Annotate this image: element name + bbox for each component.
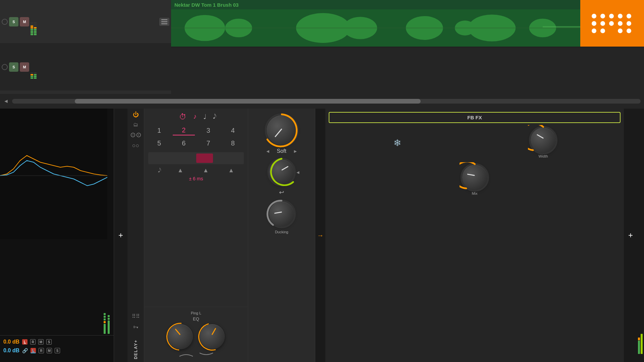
track2-mute-btn[interactable]: M [20,62,29,72]
width-knob[interactable] [531,128,556,153]
soft-left-arrow[interactable]: ◄ [265,148,270,154]
eq-knobs [148,324,244,349]
knob-arrow-indicator: ◄ [296,170,300,175]
freeze-btn[interactable]: ❄ [393,137,401,148]
level-s-btn[interactable]: S [46,339,52,345]
delay-ms-display: ± 6 ms [148,176,244,181]
add-right-icon: + [628,231,633,240]
level-m2-btn[interactable]: M [47,348,52,353]
grid-num-3[interactable]: 3 [198,125,219,135]
waveform-panel: 0.0 dB L R M S 0.0 dB 🔗 L R M S [0,109,114,362]
io-btn[interactable]: ○○ [132,142,140,149]
grid-num-6[interactable]: 6 [173,138,195,148]
grid-num-1[interactable]: 1 [148,125,170,135]
grid-num-2[interactable]: 2 [173,125,195,135]
arrow-up-icon[interactable]: ▲ [177,167,183,174]
feedback-knob-container: ◄ [269,160,294,185]
level-m-btn[interactable]: M [38,339,44,345]
svg-point-12 [268,159,295,186]
fbfx-bottom-row: Mix [329,165,621,195]
return-icon[interactable]: ↩ [279,189,284,196]
fbfx-label: FB FX [467,115,482,120]
scrollbar-container: ◄ [0,94,644,109]
note-dotted-icon[interactable]: ♪ [193,113,197,121]
grid-num-7[interactable]: 7 [198,138,219,148]
feedback-knob[interactable]: ◄ [269,160,294,185]
right-meter-bar1 [104,109,106,335]
fbfx-top-row: ❄ Width [329,128,621,158]
eq-knob1-container [168,324,193,349]
eq-knob2[interactable] [200,324,225,349]
plugin-power-btn[interactable]: ⏻ [133,111,139,118]
add-insert-btn[interactable]: + [114,109,127,362]
ducking-knob[interactable] [269,201,294,227]
track1-menu-btn[interactable] [159,18,169,26]
note-icon[interactable]: ♩ [203,113,206,121]
clock-icon[interactable]: ⏱ [179,113,186,121]
plugin-folder-btn[interactable]: 🗂 [133,122,138,127]
dots-btn[interactable]: ⠿⠿ [132,313,140,319]
eq-curves [148,351,244,358]
plugin-area: 0.0 dB L R M S 0.0 dB 🔗 L R M S [0,109,644,362]
eq-knob2-container [200,324,225,349]
eq-knob1[interactable] [168,324,193,349]
orange-db-level: 0.0 dB [3,339,19,345]
soft-panel: ◄ Soft ► ◄ ↩ [248,109,315,362]
link-btn[interactable]: ⊙⊙ [130,131,142,139]
eq-section: Ping L EQ [144,307,248,362]
oscilloscope-display [0,109,114,239]
ping-label: Ping L [148,311,244,315]
level-s2-btn[interactable]: S [55,348,60,353]
track1-mute-btn[interactable]: M [20,17,29,26]
blue-db-level: 0.0 dB [3,348,19,354]
grid-numbers: 1 2 3 4 5 6 7 8 [148,125,244,148]
grid-num-5[interactable]: 5 [148,138,170,148]
soft-main-knob[interactable] [267,115,297,145]
track2-solo-btn[interactable]: S [9,62,18,72]
timing-section: ⏱ ♪ ♩ 𝅘𝅥𝅮 1 2 3 4 5 6 7 8 [144,109,248,307]
fbfx-header: FB FX [329,112,621,123]
svg-point-14 [530,127,557,154]
track2-controls: S M [0,44,171,90]
track2-record-btn[interactable] [2,64,8,70]
audio-track1: Nektar DW Tom 1 Brush 03 [171,0,644,47]
eq-label: EQ [148,316,244,321]
svg-point-15 [461,164,488,191]
scroll-left-btn[interactable]: ◄ [3,98,9,104]
scrollbar-track[interactable] [12,99,641,104]
width-container: Width [531,128,556,158]
delay-plugin-main: ⏱ ♪ ♩ 𝅘𝅥𝅮 1 2 3 4 5 6 7 8 [144,109,248,362]
fbfx-panel: FB FX ❄ Width [325,109,624,362]
soft-label: Soft [277,148,286,154]
key-btn[interactable]: 🗝 [133,324,139,330]
scrollbar-thumb[interactable] [75,99,421,104]
delay-slider[interactable] [148,152,244,164]
mix-knob[interactable] [462,165,487,190]
track1-solo-btn[interactable]: S [9,17,18,26]
level-l-btn[interactable]: L [22,339,28,345]
track1-controls: S M [0,0,171,44]
soft-right-arrow[interactable]: ► [293,148,298,154]
delay-arrows: 𝅘𝅥𝅮 ▲ ▲ ▲ [148,167,244,174]
mix-container: Mix [462,165,487,195]
plugin-name-label: DELAY+ [133,336,138,359]
link-icon[interactable]: 🔗 [22,348,28,353]
note-icons-row: ⏱ ♪ ♩ 𝅘𝅥𝅮 [148,113,244,121]
far-right-meters [637,109,644,362]
arrow-up3-icon[interactable]: ▲ [228,167,234,174]
grid-num-4[interactable]: 4 [222,125,244,135]
arrow-up2-icon[interactable]: ▲ [203,167,209,174]
panel-arrow: → [315,109,325,362]
level-l2-btn[interactable]: L [31,348,36,353]
add-insert-right-btn[interactable]: + [624,109,637,362]
bitwig-logo [580,0,644,47]
track1-record-btn[interactable] [2,19,8,25]
delay-slider-fill [196,154,213,163]
track2-meter [31,55,37,79]
level-r-btn[interactable]: R [30,339,36,345]
level-info: 0.0 dB L R M S 0.0 dB 🔗 L R M S [0,335,114,362]
grid-num-8[interactable]: 8 [222,138,244,148]
level-r2-btn[interactable]: R [39,348,44,353]
ducking-container: Ducking [269,201,294,234]
soft-knob-container [267,115,297,145]
